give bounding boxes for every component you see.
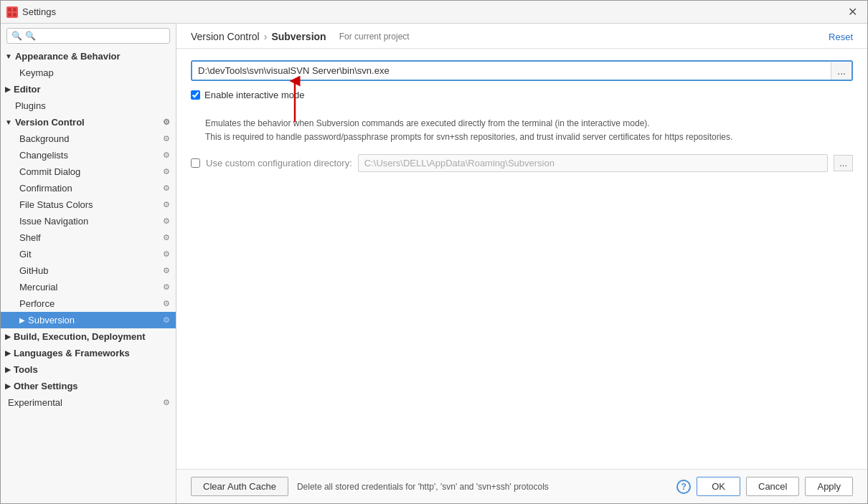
- search-box[interactable]: 🔍: [6, 28, 170, 44]
- sidebar-item-label: Plugins: [15, 100, 46, 111]
- sidebar-item-changelists[interactable]: Changelists ⚙: [1, 147, 176, 163]
- footer-right: ? OK Cancel Apply: [676, 477, 853, 496]
- sidebar-item-label: Shelf: [19, 232, 41, 243]
- sidebar-item-appearance[interactable]: ▼ Appearance & Behavior: [1, 48, 176, 65]
- settings-icon: ⚙: [163, 217, 170, 226]
- settings-icon: ⚙: [163, 282, 170, 292]
- custom-config-row: Use custom configuration directory: ...: [191, 154, 853, 172]
- sidebar-item-background[interactable]: Background ⚙: [1, 130, 176, 147]
- search-icon: 🔍: [11, 31, 22, 41]
- footer-left: Clear Auth Cache Delete all stored crede…: [191, 477, 549, 496]
- sidebar-item-issue-navigation[interactable]: Issue Navigation ⚙: [1, 213, 176, 229]
- red-arrow-annotation: [289, 75, 301, 128]
- sidebar-item-label: File Status Colors: [19, 199, 93, 210]
- content-header: Version Control › Subversion For current…: [176, 24, 867, 49]
- sidebar-item-github[interactable]: GitHub ⚙: [1, 262, 176, 279]
- sidebar-item-version-control[interactable]: ▼ Version Control ⚙: [1, 114, 176, 130]
- settings-icon: ⚙: [163, 315, 170, 325]
- sidebar-item-label: Confirmation: [19, 183, 72, 194]
- app-icon: [6, 6, 18, 18]
- sidebar-item-commit-dialog[interactable]: Commit Dialog ⚙: [1, 163, 176, 180]
- chevron-icon: ▶: [5, 333, 11, 341]
- project-note: For current project: [339, 32, 410, 42]
- sidebar-item-git[interactable]: Git ⚙: [1, 246, 176, 262]
- settings-icon: ⚙: [163, 200, 170, 209]
- chevron-icon: ▶: [5, 382, 11, 390]
- reset-link[interactable]: Reset: [829, 32, 853, 42]
- sidebar-item-label: Changelists: [19, 150, 68, 161]
- settings-icon: ⚙: [163, 167, 170, 176]
- sidebar-item-perforce[interactable]: Perforce ⚙: [1, 295, 176, 312]
- sidebar-item-editor[interactable]: ▶ Editor: [1, 81, 176, 98]
- sidebar-item-plugins[interactable]: Plugins: [1, 98, 176, 114]
- title-bar-left: Settings: [6, 6, 56, 18]
- sidebar-item-confirmation[interactable]: Confirmation ⚙: [1, 180, 176, 196]
- chevron-icon: ▶: [5, 366, 11, 374]
- custom-config-checkbox[interactable]: [191, 158, 200, 168]
- sidebar-item-label: Languages & Frameworks: [14, 348, 130, 358]
- enable-interactive-checkbox[interactable]: [191, 90, 200, 100]
- settings-icon: ⚙: [163, 249, 170, 259]
- settings-icon: ⚙: [163, 184, 170, 193]
- sidebar-item-label: Appearance & Behavior: [15, 51, 121, 62]
- cancel-button[interactable]: Cancel: [746, 477, 799, 496]
- content-area: Version Control › Subversion For current…: [176, 24, 867, 503]
- settings-icon: ⚙: [163, 151, 170, 160]
- sidebar-item-label: Background: [19, 133, 69, 144]
- sidebar-item-label: Issue Navigation: [19, 216, 88, 227]
- sidebar-item-label: Subversion: [28, 315, 75, 325]
- sidebar-item-label: Git: [19, 249, 32, 260]
- chevron-icon: ▼: [5, 118, 12, 126]
- settings-icon: ⚙: [163, 134, 170, 143]
- settings-icon: ⚙: [163, 299, 170, 308]
- config-browse-button[interactable]: ...: [834, 155, 853, 171]
- description-text: Emulates the behavior when Subversion co…: [205, 117, 853, 144]
- custom-config-label: Use custom configuration directory:: [206, 158, 352, 168]
- sidebar-item-mercurial[interactable]: Mercurial ⚙: [1, 279, 176, 295]
- sidebar: 🔍 ▼ Appearance & Behavior Keymap ▶ Edito…: [1, 24, 176, 503]
- sidebar-item-label: Commit Dialog: [19, 166, 80, 177]
- settings-window: Settings ✕ 🔍 ▼ Appearance & Behavior Key…: [0, 0, 868, 504]
- sidebar-item-languages-frameworks[interactable]: ▶ Languages & Frameworks: [1, 345, 176, 361]
- sidebar-item-keymap[interactable]: Keymap: [1, 65, 176, 81]
- svg-rect-3: [13, 13, 16, 16]
- main-content: 🔍 ▼ Appearance & Behavior Keymap ▶ Edito…: [1, 24, 867, 503]
- svn-path-input[interactable]: [192, 62, 831, 80]
- apply-button[interactable]: Apply: [805, 477, 853, 496]
- sidebar-item-shelf[interactable]: Shelf ⚙: [1, 229, 176, 246]
- help-button[interactable]: ?: [676, 480, 691, 494]
- sidebar-item-label: GitHub: [19, 265, 48, 276]
- ok-button[interactable]: OK: [697, 477, 740, 496]
- settings-icon: ⚙: [163, 233, 170, 242]
- chevron-icon: ▼: [5, 52, 12, 60]
- cache-description: Delete all stored credentials for 'http'…: [297, 482, 549, 492]
- clear-cache-button[interactable]: Clear Auth Cache: [191, 477, 288, 496]
- sidebar-item-label: Keymap: [19, 67, 54, 78]
- svg-rect-0: [8, 8, 11, 11]
- sidebar-item-subversion[interactable]: ▶ Subversion ⚙: [1, 312, 176, 328]
- sidebar-item-experimental[interactable]: Experimental ⚙: [1, 394, 176, 411]
- breadcrumb-parent: Version Control: [191, 31, 260, 42]
- search-input[interactable]: [25, 31, 165, 41]
- sidebar-item-tools[interactable]: ▶ Tools: [1, 361, 176, 378]
- breadcrumb: Version Control › Subversion For current…: [191, 31, 410, 42]
- footer: Clear Auth Cache Delete all stored crede…: [176, 469, 867, 503]
- chevron-icon: ▶: [5, 85, 11, 93]
- sidebar-item-label: Version Control: [15, 117, 85, 128]
- sidebar-item-label: Editor: [14, 84, 41, 95]
- sidebar-item-build-execution[interactable]: ▶ Build, Execution, Deployment: [1, 328, 176, 345]
- settings-icon: ⚙: [163, 118, 170, 127]
- custom-config-path-input[interactable]: [358, 154, 828, 172]
- breadcrumb-current: Subversion: [271, 31, 326, 42]
- browse-button[interactable]: ...: [831, 62, 852, 80]
- chevron-icon: ▶: [19, 316, 25, 324]
- sidebar-item-label: Experimental: [8, 397, 62, 408]
- title-bar: Settings ✕: [1, 1, 867, 24]
- sidebar-item-file-status-colors[interactable]: File Status Colors ⚙: [1, 196, 176, 213]
- sidebar-item-label: Build, Execution, Deployment: [14, 331, 145, 342]
- sidebar-item-other-settings[interactable]: ▶ Other Settings: [1, 378, 176, 394]
- settings-icon: ⚙: [163, 266, 170, 275]
- settings-icon: ⚙: [163, 398, 170, 407]
- sidebar-item-label: Perforce: [19, 298, 55, 309]
- close-button[interactable]: ✕: [844, 4, 862, 20]
